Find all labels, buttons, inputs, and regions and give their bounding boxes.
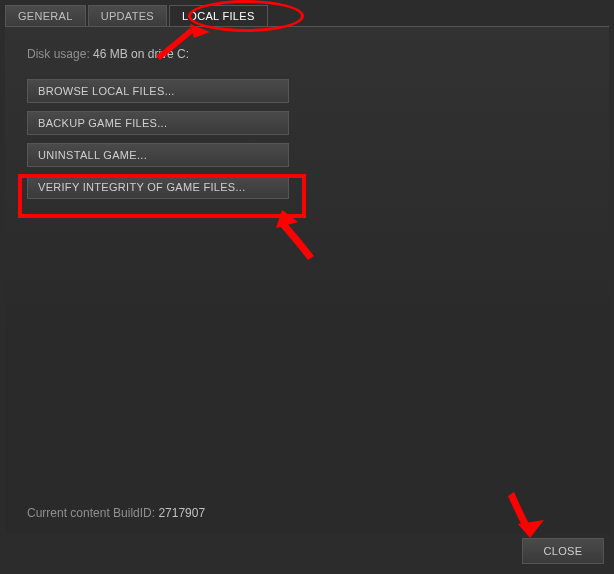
verify-integrity-button[interactable]: VERIFY INTEGRITY OF GAME FILES... bbox=[27, 175, 289, 199]
browse-local-files-button[interactable]: BROWSE LOCAL FILES... bbox=[27, 79, 289, 103]
local-files-panel: Disk usage: 46 MB on drive C: BROWSE LOC… bbox=[5, 27, 609, 534]
tab-bar: GENERAL UPDATES LOCAL FILES bbox=[5, 5, 270, 27]
button-label: BACKUP GAME FILES... bbox=[38, 117, 167, 129]
button-label: CLOSE bbox=[544, 545, 583, 557]
uninstall-game-button[interactable]: UNINSTALL GAME... bbox=[27, 143, 289, 167]
tab-label: LOCAL FILES bbox=[182, 10, 255, 22]
button-label: UNINSTALL GAME... bbox=[38, 149, 147, 161]
tab-updates[interactable]: UPDATES bbox=[88, 5, 167, 27]
build-id-label: Current content BuildID bbox=[27, 506, 152, 520]
close-button[interactable]: CLOSE bbox=[522, 538, 604, 564]
button-label: BROWSE LOCAL FILES... bbox=[38, 85, 175, 97]
disk-usage-label: Disk usage bbox=[27, 47, 86, 61]
tab-general[interactable]: GENERAL bbox=[5, 5, 86, 27]
disk-usage-value: 46 MB on drive C: bbox=[93, 47, 189, 61]
tab-label: UPDATES bbox=[101, 10, 154, 22]
properties-window: GENERAL UPDATES LOCAL FILES Disk usage: … bbox=[0, 0, 614, 574]
backup-game-files-button[interactable]: BACKUP GAME FILES... bbox=[27, 111, 289, 135]
button-label: VERIFY INTEGRITY OF GAME FILES... bbox=[38, 181, 246, 193]
tab-local-files[interactable]: LOCAL FILES bbox=[169, 5, 268, 27]
disk-usage-text: Disk usage: 46 MB on drive C: bbox=[27, 47, 587, 61]
build-id-text: Current content BuildID: 2717907 bbox=[27, 506, 205, 520]
build-id-value: 2717907 bbox=[158, 506, 205, 520]
tab-label: GENERAL bbox=[18, 10, 73, 22]
